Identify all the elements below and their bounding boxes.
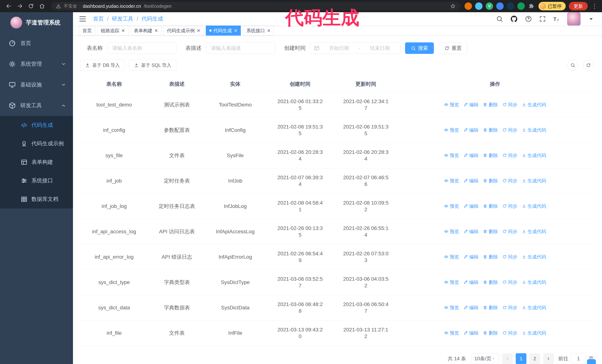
import-db-button[interactable]: 基于 DB 导入: [80, 60, 125, 71]
sync-link[interactable]: 同步: [502, 203, 517, 209]
preview-link[interactable]: 预览: [444, 177, 459, 184]
edit-link[interactable]: 编辑: [463, 228, 478, 235]
preview-link[interactable]: 预览: [444, 304, 459, 311]
delete-link[interactable]: 删除: [483, 330, 498, 336]
tab-close-icon[interactable]: ×: [121, 28, 125, 33]
delete-link[interactable]: 删除: [483, 304, 498, 311]
tab-表单构建[interactable]: 表单构建×: [130, 26, 161, 36]
delete-link[interactable]: 删除: [483, 253, 498, 260]
tab-代码生成示例[interactable]: 代码生成示例×: [163, 26, 204, 36]
sync-link[interactable]: 同步: [502, 127, 517, 133]
edit-link[interactable]: 编辑: [463, 177, 478, 184]
help-icon[interactable]: [525, 15, 532, 22]
generate-code-link[interactable]: 生成代码: [522, 127, 546, 133]
reset-button[interactable]: 重置: [439, 42, 467, 54]
edit-link[interactable]: 编辑: [463, 279, 478, 285]
next-page-button[interactable]: [543, 353, 554, 364]
app-logo[interactable]: 芋道管理系统: [0, 12, 73, 33]
back-to-top-button[interactable]: [587, 359, 596, 364]
edit-link[interactable]: 编辑: [463, 330, 478, 336]
sidebar-item-system-management[interactable]: 系统管理: [0, 54, 73, 74]
browser-profile-chip[interactable]: 已暂停: [538, 2, 566, 10]
sidebar-item-infrastructure[interactable]: 基础设施: [0, 74, 73, 95]
delete-link[interactable]: 删除: [483, 101, 498, 108]
preview-link[interactable]: 预览: [444, 101, 459, 108]
generate-code-link[interactable]: 生成代码: [522, 279, 546, 285]
tab-close-icon[interactable]: ×: [267, 28, 270, 33]
browser-back-button[interactable]: [4, 1, 14, 11]
delete-link[interactable]: 删除: [483, 279, 498, 285]
tab-close-icon[interactable]: ×: [155, 28, 158, 33]
sync-link[interactable]: 同步: [502, 330, 517, 336]
breadcrumb-dev-tools[interactable]: 研发工具: [112, 15, 133, 23]
edit-link[interactable]: 编辑: [463, 152, 478, 159]
preview-link[interactable]: 预览: [444, 152, 459, 159]
preview-link[interactable]: 预览: [444, 127, 459, 133]
search-button[interactable]: 搜索: [405, 42, 434, 54]
sidebar-item-code-generation[interactable]: 代码生成: [0, 116, 73, 135]
sidebar-item-code-generation-example[interactable]: 代码生成示例: [0, 135, 73, 153]
preview-link[interactable]: 预览: [444, 253, 459, 260]
extension-icon-green-check[interactable]: V: [486, 2, 493, 10]
extension-icon-dark-teal[interactable]: [507, 2, 514, 10]
preview-link[interactable]: 预览: [444, 228, 459, 235]
extension-icon-orange[interactable]: [464, 2, 472, 10]
page-button-2[interactable]: 2: [529, 353, 540, 364]
font-size-icon[interactable]: [553, 15, 560, 22]
sidebar-item-dev-tools[interactable]: 研发工具: [0, 95, 73, 116]
date-range-picker[interactable]: 开始日期 - 结束日期: [310, 42, 400, 54]
preview-link[interactable]: 预览: [444, 330, 459, 336]
preview-link[interactable]: 预览: [444, 203, 459, 209]
page-button-1[interactable]: 1: [516, 353, 527, 364]
generate-code-link[interactable]: 生成代码: [522, 304, 546, 311]
table-name-input[interactable]: [107, 42, 177, 54]
extension-icon-blue-drop[interactable]: [475, 2, 483, 10]
sync-link[interactable]: 同步: [502, 101, 517, 108]
delete-link[interactable]: 删除: [483, 228, 498, 235]
tab-代码生成[interactable]: 代码生成×: [206, 26, 241, 36]
extension-icon-green[interactable]: [517, 2, 525, 10]
sidebar-item-home[interactable]: 首页: [0, 33, 73, 54]
tab-close-icon[interactable]: ×: [197, 28, 200, 33]
browser-menu-icon[interactable]: ⋮: [591, 3, 598, 10]
date-start-input[interactable]: 开始日期: [322, 45, 356, 52]
browser-update-button[interactable]: 更新: [569, 2, 588, 10]
page-size-select[interactable]: 10条/页: [471, 353, 499, 364]
sync-link[interactable]: 同步: [502, 253, 517, 260]
browser-home-button[interactable]: [37, 1, 47, 11]
browser-reload-button[interactable]: [26, 1, 36, 11]
date-end-input[interactable]: 结束日期: [363, 45, 396, 52]
sync-link[interactable]: 同步: [502, 228, 517, 235]
sidebar-item-form-builder[interactable]: 表单构建: [0, 153, 73, 171]
user-avatar[interactable]: [567, 12, 580, 26]
tab-链路追踪[interactable]: 链路追踪×: [97, 26, 128, 36]
edit-link[interactable]: 编辑: [463, 253, 478, 260]
sidebar-item-database-doc[interactable]: 数据库文档: [0, 190, 73, 208]
sidebar-item-system-api[interactable]: 系统接口: [0, 171, 73, 190]
sync-link[interactable]: 同步: [502, 279, 517, 285]
prev-page-button[interactable]: [502, 353, 513, 364]
generate-code-link[interactable]: 生成代码: [522, 177, 546, 184]
edit-link[interactable]: 编辑: [463, 203, 478, 209]
refresh-table-button[interactable]: [583, 60, 594, 71]
generate-code-link[interactable]: 生成代码: [522, 101, 546, 108]
browser-forward-button[interactable]: [15, 1, 25, 11]
delete-link[interactable]: 删除: [483, 152, 498, 159]
breadcrumb-home[interactable]: 首页: [93, 15, 104, 23]
goto-page-input[interactable]: [571, 353, 586, 364]
table-desc-input[interactable]: [206, 42, 275, 54]
generate-code-link[interactable]: 生成代码: [522, 253, 546, 260]
edit-link[interactable]: 编辑: [463, 127, 478, 133]
sync-link[interactable]: 同步: [502, 152, 517, 159]
extensions-puzzle-icon[interactable]: [528, 2, 535, 10]
bookmark-star-icon[interactable]: [450, 3, 456, 9]
toggle-search-button[interactable]: [567, 60, 578, 71]
delete-link[interactable]: 删除: [483, 177, 498, 184]
generate-code-link[interactable]: 生成代码: [522, 203, 546, 209]
tab-close-icon[interactable]: ×: [234, 28, 237, 33]
generate-code-link[interactable]: 生成代码: [522, 330, 546, 336]
fullscreen-icon[interactable]: [539, 15, 546, 22]
sync-link[interactable]: 同步: [502, 177, 517, 184]
extension-icon-blue-grid[interactable]: [496, 2, 504, 10]
edit-link[interactable]: 编辑: [463, 304, 478, 311]
